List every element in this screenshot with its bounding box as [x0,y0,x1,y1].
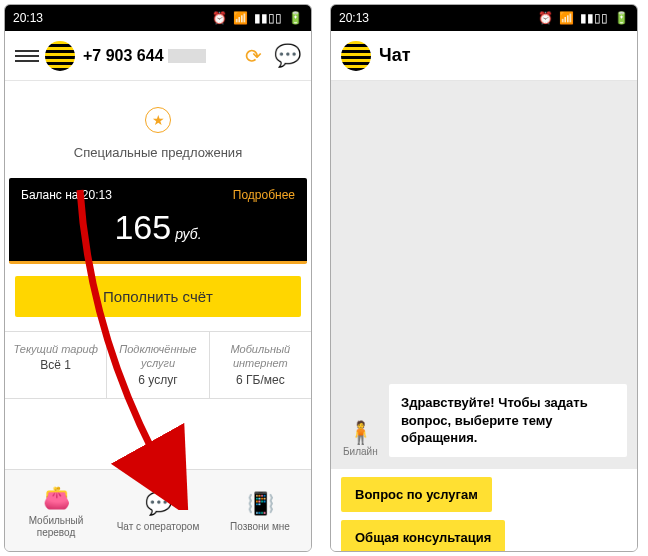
app-header: +7 903 644 ⟳ 💬 [5,31,311,81]
nav-callme[interactable]: 📳 Позвони мне [209,470,311,551]
nav-transfer[interactable]: 👛 Мобильный перевод [5,470,107,551]
status-time: 20:13 [339,11,369,25]
status-bar: 20:13 ⏰ 📶 ▮▮▯▯ 🔋 [331,5,637,31]
chat-quick-replies: Вопрос по услугам Общая консультация [331,469,637,552]
internet-cell[interactable]: Мобильный интернет 6 ГБ/мес [210,332,311,398]
wallet-icon: 👛 [43,485,70,511]
services-cell[interactable]: Подключённые услуги 6 услуг [107,332,209,398]
bottom-nav: 👛 Мобильный перевод 💬 Чат с оператором 📳… [5,469,311,551]
tariff-cell[interactable]: Текущий тариф Всё 1 [5,332,107,398]
battery-icon: 🔋 [614,11,629,25]
alarm-icon: ⏰ [538,11,553,25]
balance-amount: 165руб. [21,208,295,247]
chat-message: Здравствуйте! Чтобы задать вопрос, выбер… [389,384,627,457]
wifi-icon: 📶 [559,11,574,25]
nav-chat[interactable]: 💬 Чат с оператором [107,470,209,551]
status-bar: 20:13 ⏰ 📶 ▮▮▯▯ 🔋 [5,5,311,31]
chat-area[interactable]: 🧍 Билайн Здравствуйте! Чтобы задать вопр… [331,81,637,469]
balance-card: Баланс на 20:13 Подробнее 165руб. [9,178,307,264]
chat-bubble-icon[interactable]: 💬 [274,43,301,69]
wifi-icon: 📶 [233,11,248,25]
chat-title: Чат [379,45,410,66]
alarm-icon: ⏰ [212,11,227,25]
signal-icon: ▮▮▯▯ [254,11,282,25]
phone-vibrate-icon: 📳 [247,491,274,517]
redacted-digits [168,49,206,63]
status-icons: ⏰ 📶 ▮▮▯▯ 🔋 [212,11,303,25]
balance-asof: Баланс на 20:13 [21,188,112,202]
status-icons: ⏰ 📶 ▮▮▯▯ 🔋 [538,11,629,25]
quick-reply-general[interactable]: Общая консультация [341,520,505,552]
beeline-logo [45,41,75,71]
person-icon: 🧍 [343,420,378,446]
info-row: Текущий тариф Всё 1 Подключённые услуги … [5,331,311,399]
phone-number: +7 903 644 [83,47,233,65]
phone-chat-screen: 20:13 ⏰ 📶 ▮▮▯▯ 🔋 Чат 🧍 Билайн Здравствуй… [330,4,638,552]
chat-header: Чат [331,31,637,81]
star-icon [145,107,171,133]
offers-label: Специальные предложения [5,145,311,160]
chat-icon: 💬 [145,491,172,517]
battery-icon: 🔋 [288,11,303,25]
special-offers[interactable]: Специальные предложения [5,81,311,178]
quick-reply-services[interactable]: Вопрос по услугам [341,477,492,512]
balance-more-link[interactable]: Подробнее [233,188,295,202]
operator-avatar: 🧍 Билайн [343,420,378,457]
signal-icon: ▮▮▯▯ [580,11,608,25]
beeline-logo [341,41,371,71]
status-time: 20:13 [13,11,43,25]
topup-button[interactable]: Пополнить счёт [15,276,301,317]
refresh-icon[interactable]: ⟳ [245,44,262,68]
phone-main-screen: 20:13 ⏰ 📶 ▮▮▯▯ 🔋 +7 903 644 ⟳ 💬 Специаль… [4,4,312,552]
menu-icon[interactable] [15,50,39,62]
